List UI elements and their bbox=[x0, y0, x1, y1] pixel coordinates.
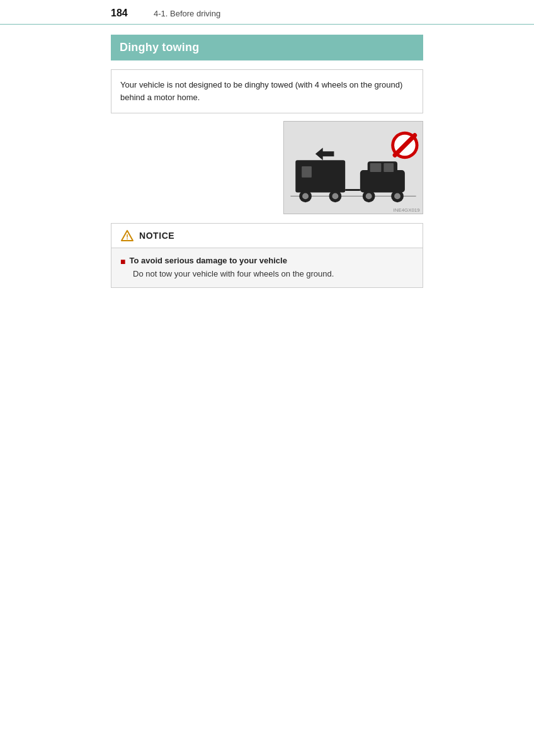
svg-point-15 bbox=[366, 193, 372, 200]
svg-rect-3 bbox=[302, 166, 312, 178]
image-container: INE4GX019 bbox=[111, 121, 423, 214]
svg-text:!: ! bbox=[126, 233, 128, 241]
notice-header: ! NOTICE bbox=[111, 224, 423, 248]
svg-rect-12 bbox=[370, 163, 382, 172]
notice-body: ■ To avoid serious damage to your vehicl… bbox=[111, 248, 423, 287]
page-header: 184 4-1. Before driving bbox=[0, 0, 534, 25]
svg-point-5 bbox=[302, 193, 309, 200]
page-number: 184 bbox=[111, 8, 136, 19]
towing-svg: INE4GX019 bbox=[284, 122, 423, 214]
content-area: Dinghy towing Your vehicle is not design… bbox=[0, 35, 534, 288]
info-text: Your vehicle is not designed to be dingh… bbox=[120, 79, 414, 104]
svg-text:INE4GX019: INE4GX019 bbox=[394, 207, 420, 213]
notice-box: ! NOTICE ■ To avoid serious damage to yo… bbox=[111, 223, 423, 288]
notice-bullet-body: Do not tow your vehicle with four wheels… bbox=[133, 269, 414, 278]
page-container: 184 4-1. Before driving Dinghy towing Yo… bbox=[0, 0, 534, 756]
info-box: Your vehicle is not designed to be dingh… bbox=[111, 69, 423, 113]
notice-title: NOTICE bbox=[139, 231, 174, 241]
section-title-bar: Dinghy towing bbox=[111, 35, 423, 60]
notice-bullet-title-text: To avoid serious damage to your vehicle bbox=[129, 256, 287, 265]
svg-point-17 bbox=[394, 193, 401, 200]
svg-point-7 bbox=[332, 193, 338, 200]
warning-triangle-icon: ! bbox=[120, 229, 134, 243]
svg-rect-13 bbox=[383, 163, 394, 172]
bullet-icon: ■ bbox=[120, 256, 125, 266]
section-label: 4-1. Before driving bbox=[154, 9, 220, 18]
towing-illustration: INE4GX019 bbox=[283, 121, 423, 214]
section-title: Dinghy towing bbox=[120, 41, 199, 54]
notice-bullet-row: ■ To avoid serious damage to your vehicl… bbox=[120, 256, 414, 266]
